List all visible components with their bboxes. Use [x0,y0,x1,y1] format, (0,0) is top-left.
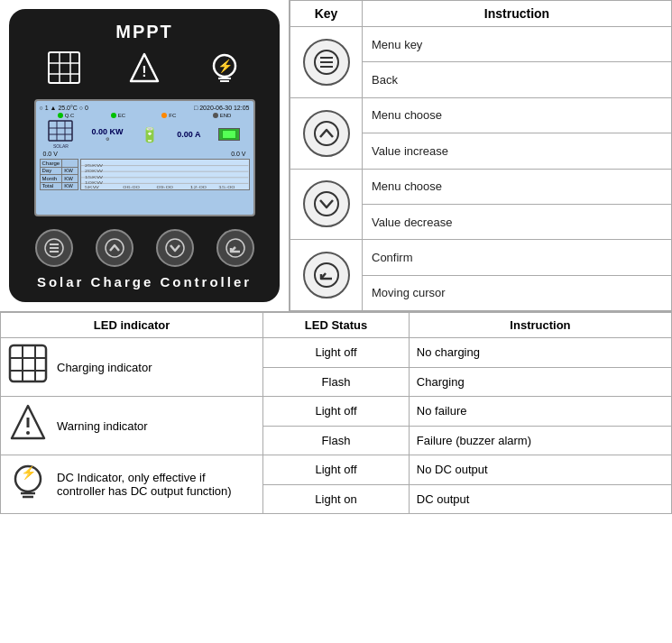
warning-flash-status: Flash [263,426,410,455]
menu-key-icon-cell [290,27,363,98]
led-instruction-header: Instruction [409,313,671,338]
device-title: MPPT [115,22,173,42]
charging-light-off-status: Light off [263,338,410,368]
value-decrease-instruction: Value decrease [363,204,672,239]
moving-cursor-instruction: Moving cursor [363,275,672,310]
led-table: LED indicator LED Status Instruction [0,312,672,514]
key-col-header: Key [290,1,363,27]
table-row: ⚡ DC Indicator, only effective if contro… [1,455,672,485]
svg-text:06:00: 06:00 [124,186,141,189]
dc-light-off-status: Light off [263,455,410,485]
enter-button[interactable] [216,229,254,267]
up-key-icon-cell [290,97,363,169]
svg-point-40 [315,122,338,145]
table-row: Menu choose [290,169,672,204]
no-dc-output-instruction: No DC output [409,455,671,485]
dc-light-on-status: Light on [263,484,410,514]
charging-indicator-cell: Charging indicator [1,338,263,397]
charging-flash-status: Flash [263,367,410,397]
down-key-icon-cell [290,169,363,240]
svg-text:!: ! [142,64,146,79]
warning-indicator-label: Warning indicator [57,419,148,433]
solar-panel-icon [46,51,82,90]
led-status-header: LED Status [263,313,410,338]
grid-led-icon [8,344,48,390]
failure-instruction: Failure (buzzer alarm) [409,426,671,455]
dc-led-icon: ⚡ [8,461,48,508]
charging-indicator-label: Charging indicator [57,361,152,374]
up-key-icon [303,110,350,157]
bottom-section: LED indicator LED Status Instruction [0,312,672,514]
confirm-instruction: Confirm [363,240,672,275]
down-key-icon [303,180,350,227]
device-icons-row: ! ⚡ [23,51,265,90]
svg-rect-0 [49,52,79,83]
no-failure-instruction: No failure [409,397,671,427]
warning-led-icon [8,402,48,449]
instruction-col-header: Instruction [363,1,672,27]
svg-point-33 [106,239,124,257]
svg-point-42 [315,263,338,287]
no-charging-instruction: No charging [409,338,671,368]
svg-text:5KW: 5KW [85,186,100,189]
table-row: Charging indicator Light off No charging [1,338,672,368]
device-buttons-row [23,229,265,267]
charging-instruction: Charging [409,367,671,397]
key-table-section: Key Instruction [289,0,672,311]
svg-point-50 [26,431,30,435]
menu-button[interactable] [35,229,73,267]
dc-indicator-label: DC Indicator, only effective if controll… [57,471,255,498]
svg-text:⚡: ⚡ [21,465,37,481]
enter-key-icon-cell [290,240,363,311]
svg-rect-43 [10,345,46,381]
down-button[interactable] [156,229,194,267]
table-row: Menu key [290,27,672,62]
svg-text:⚡: ⚡ [217,59,234,74]
svg-text:15KW: 15KW [85,176,104,179]
key-table: Key Instruction [290,0,672,311]
led-indicator-header: LED indicator [1,313,263,338]
device-bottom-label: Solar Charge Controller [37,274,252,289]
svg-text:12:00: 12:00 [190,186,207,189]
device-panel: MPPT ! ⚡ [9,9,280,302]
back-instruction: Back [363,62,672,97]
dc-indicator-cell: ⚡ DC Indicator, only effective if contro… [1,455,263,514]
dc-output-icon: ⚡ [207,51,243,90]
svg-point-34 [166,239,184,257]
dc-output-instruction: DC output [409,484,671,514]
svg-text:10KW: 10KW [85,181,104,185]
svg-text:09:00: 09:00 [157,186,174,189]
svg-text:25KW: 25KW [85,163,104,167]
table-row: Warning indicator Light off No failure [1,397,672,427]
warning-icon: ! [126,51,162,90]
warning-indicator-cell: Warning indicator [1,397,263,455]
up-button[interactable] [96,229,133,267]
table-row: Confirm [290,240,672,275]
svg-text:15:00: 15:00 [218,186,235,189]
menu-key-icon [303,39,350,86]
svg-text:20KW: 20KW [85,170,104,173]
enter-key-icon [303,252,350,299]
menu-key-instruction: Menu key [363,27,672,62]
value-increase-instruction: Value increase [363,133,672,169]
menu-choose-up-instruction: Menu choose [363,97,672,133]
lcd-screen: ○ 1 ▲ 25.0°C ○ 0 □ 2020-06-30 12:05 Q.C … [34,99,255,216]
svg-rect-11 [49,121,72,141]
menu-choose-down-instruction: Menu choose [363,169,672,204]
svg-point-41 [315,192,338,216]
warning-light-off-status: Light off [263,397,410,427]
table-row: Menu choose [290,97,672,133]
